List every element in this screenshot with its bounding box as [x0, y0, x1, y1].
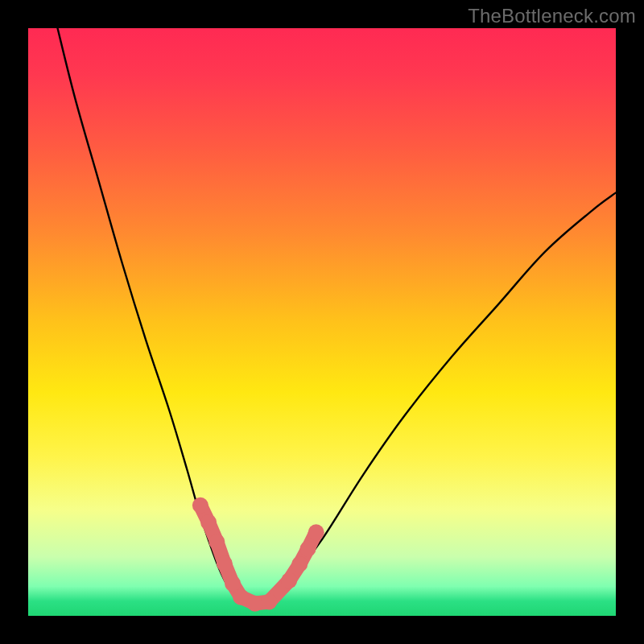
marker-dot [261, 593, 277, 609]
marker-dot [233, 589, 249, 605]
marker-dot [208, 534, 225, 550]
marker-dot [192, 497, 208, 514]
watermark-text: TheBottleneck.com [468, 5, 636, 27]
plot-area [28, 28, 616, 616]
frame-background: TheBottleneck.com [0, 0, 644, 644]
marker-dot [291, 556, 308, 572]
marker-dot [200, 514, 217, 530]
marker-dot [247, 596, 263, 612]
marker-dot [308, 524, 324, 540]
marker-dot [281, 572, 297, 588]
marker-dot [299, 541, 316, 557]
marker-dot [217, 555, 233, 572]
bottleneck-curve [28, 28, 616, 616]
marker-dot [225, 576, 241, 592]
